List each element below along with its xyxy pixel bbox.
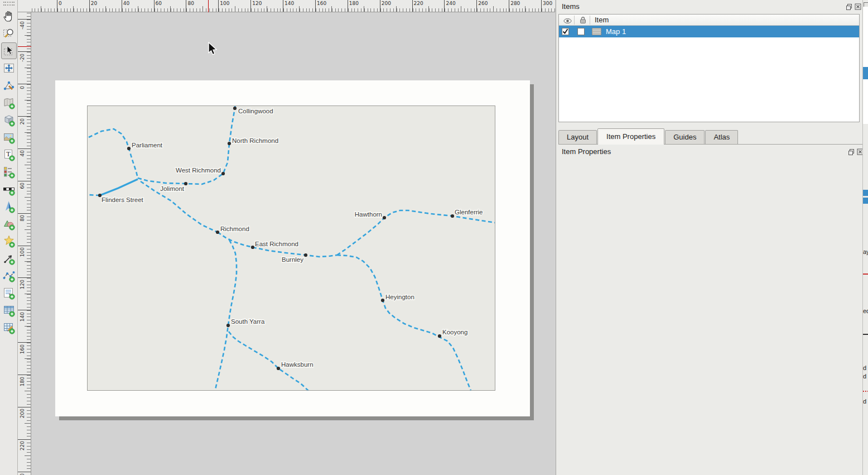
station-dot xyxy=(277,367,280,370)
add-map-button[interactable] xyxy=(1,94,17,111)
items-tree: Item Map 1 xyxy=(558,14,860,122)
item-properties-title: Item Properties xyxy=(562,147,611,156)
select-move-item-tool-button[interactable] xyxy=(1,42,17,59)
add-3d-map-button[interactable] xyxy=(1,112,17,128)
add-node-item-icon xyxy=(2,269,16,282)
zoom-tool-icon xyxy=(2,27,16,40)
pan-tool-icon xyxy=(2,9,16,23)
station-dot xyxy=(251,246,254,249)
toolbar-grip-handle[interactable] xyxy=(3,2,15,6)
ruler-label: -20 xyxy=(20,54,25,62)
items-panel-close-icon[interactable] xyxy=(854,3,862,11)
add-shape-button[interactable] xyxy=(1,215,17,232)
ruler-label: 300 xyxy=(543,1,552,6)
zoom-tool-button[interactable] xyxy=(1,25,17,42)
station-label: Collingwood xyxy=(238,108,273,114)
station-label: East Richmond xyxy=(255,241,298,247)
ruler-label: 160 xyxy=(20,344,25,354)
tab-item-properties[interactable]: Item Properties xyxy=(597,128,664,145)
ruler-label: 180 xyxy=(20,377,25,386)
station-label: South Yarra xyxy=(231,318,265,325)
station-dot xyxy=(451,214,454,218)
edit-nodes-item-tool-icon xyxy=(2,79,16,92)
sliver-text-fragment: ay xyxy=(863,248,868,255)
add-scalebar-button[interactable] xyxy=(1,181,17,198)
sliver-symbology-fragment xyxy=(863,391,868,392)
add-arrow-button[interactable] xyxy=(1,250,17,267)
ruler-label: 120 xyxy=(252,1,262,6)
tab-guides[interactable]: Guides xyxy=(665,130,705,144)
ruler-label: 140 xyxy=(20,312,25,322)
station-label: North Richmond xyxy=(232,137,278,144)
lock-checkbox[interactable] xyxy=(577,28,585,35)
railway-line-flinders-tail xyxy=(88,195,100,195)
map-item-map1[interactable]: CollingwoodNorth RichmondParliamentWest … xyxy=(87,105,495,391)
add-map-icon xyxy=(2,96,16,109)
eye-icon xyxy=(563,17,572,26)
ruler-label: 140 xyxy=(284,1,294,6)
railway-line-glen-waverley-line xyxy=(337,255,471,390)
station-dot xyxy=(383,216,386,219)
add-marker-button[interactable] xyxy=(1,233,17,250)
ruler-label: 120 xyxy=(20,280,25,289)
add-attribute-table-button[interactable] xyxy=(1,302,17,319)
add-node-item-button[interactable] xyxy=(1,267,17,284)
station-label: Flinders Street xyxy=(102,196,144,203)
add-north-arrow-button[interactable] xyxy=(1,198,17,215)
edit-nodes-item-tool-button[interactable] xyxy=(1,77,17,94)
ruler-label: 100 xyxy=(20,247,25,257)
ruler-label: 20 xyxy=(20,118,25,124)
vertical-ruler: -40-20020406080100120140160180200220240 xyxy=(18,12,31,475)
map-item-icon xyxy=(592,28,601,37)
move-item-content-tool-icon xyxy=(2,61,16,75)
item-properties-titlebar: Item Properties xyxy=(556,145,862,159)
item-properties-float-icon[interactable] xyxy=(847,148,855,156)
station-dot xyxy=(233,107,237,110)
tab-atlas[interactable]: Atlas xyxy=(705,130,738,144)
visibility-checkbox[interactable] xyxy=(562,28,569,35)
right-dock: Items Item xyxy=(556,0,862,475)
station-dot xyxy=(304,253,307,257)
ruler-label: 220 xyxy=(414,1,423,6)
ruler-label: 160 xyxy=(317,1,326,6)
station-dot xyxy=(127,147,131,150)
sliver-text-fragment: ed xyxy=(863,308,868,314)
add-attribute-table-icon xyxy=(2,304,16,317)
ruler-label: 0 xyxy=(20,86,25,89)
station-dot xyxy=(184,182,187,185)
add-fixed-table-button[interactable] xyxy=(1,319,17,336)
items-tree-row-map1[interactable]: Map 1 xyxy=(559,26,859,37)
ruler-label: 220 xyxy=(20,441,25,450)
items-panel-title: Items xyxy=(562,2,580,11)
items-panel-float-icon[interactable] xyxy=(845,3,853,11)
add-html-button[interactable] xyxy=(1,285,17,301)
mouse-cursor-icon xyxy=(208,42,220,57)
sliver-selection-fragment xyxy=(863,198,868,204)
ruler-label: 100 xyxy=(220,1,229,6)
add-arrow-icon xyxy=(2,252,16,265)
ruler-label: 260 xyxy=(478,1,488,6)
pan-tool-button[interactable] xyxy=(1,8,17,25)
ruler-label: -40 xyxy=(20,21,25,30)
add-legend-button[interactable] xyxy=(1,164,17,180)
sliver-selection-fragment xyxy=(863,67,868,79)
station-label: Jolimont xyxy=(160,185,185,192)
tab-layout[interactable]: Layout xyxy=(558,130,597,144)
items-panel-titlebar: Items xyxy=(556,0,862,13)
add-label-button[interactable]: T xyxy=(1,146,17,163)
items-column-header: Item xyxy=(595,16,609,24)
station-label: West Richmond xyxy=(176,167,221,174)
ruler-label: 80 xyxy=(20,215,25,221)
items-tree-header: Item xyxy=(559,15,859,26)
station-label: Heyington xyxy=(385,294,414,300)
add-label-icon: T xyxy=(2,148,16,161)
sliver-symbology-fragment xyxy=(863,334,868,335)
qgis-layout-window: T 02040608010012014016018020022024026028… xyxy=(0,0,868,475)
station-label: Glenferrie xyxy=(455,209,483,215)
add-picture-button[interactable] xyxy=(1,129,17,146)
move-item-content-tool-button[interactable] xyxy=(1,60,17,76)
station-dot xyxy=(228,142,231,145)
add-marker-icon xyxy=(2,234,16,248)
ruler-label: 60 xyxy=(20,183,25,189)
ruler-corner xyxy=(18,0,31,12)
